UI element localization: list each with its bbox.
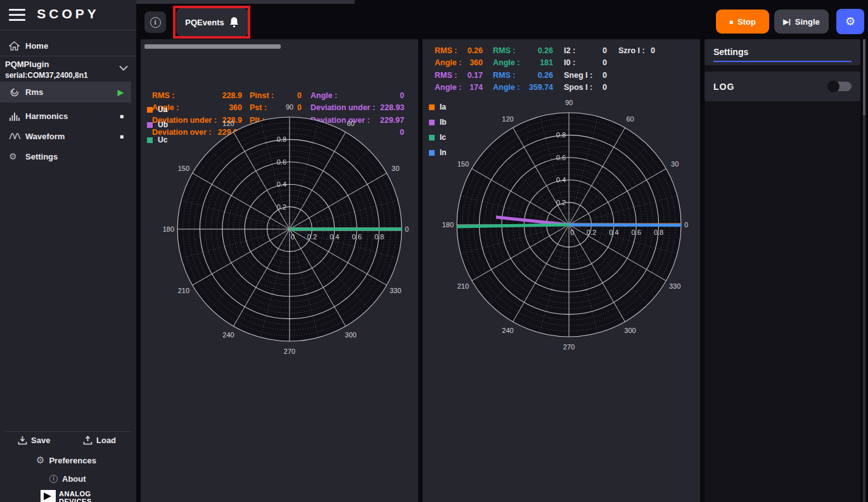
svg-text:0.2: 0.2 xyxy=(277,203,286,211)
gear-icon: ⚙ xyxy=(36,455,44,466)
about-button[interactable]: i About xyxy=(49,474,86,484)
stat-row: Angle :181 xyxy=(493,57,553,70)
svg-text:0: 0 xyxy=(291,233,295,241)
log-toggle-knob xyxy=(827,80,839,92)
sidebar-item-rms[interactable]: Rms ▶ xyxy=(0,82,131,103)
log-toggle[interactable] xyxy=(829,82,852,91)
svg-text:0.6: 0.6 xyxy=(632,229,641,236)
harmonics-icon xyxy=(9,111,25,121)
single-button[interactable]: ▶| Single xyxy=(774,9,829,34)
save-button[interactable]: Save xyxy=(18,436,50,445)
svg-text:60: 60 xyxy=(347,120,354,127)
current-stats-col-4: Szro I :0 xyxy=(618,44,655,57)
stop-button[interactable]: ■ Stop xyxy=(716,9,769,34)
settings-vertical-scrollbar[interactable] xyxy=(863,39,865,502)
load-button[interactable]: Load xyxy=(83,436,116,445)
preferences-button[interactable]: ⚙ Preferences xyxy=(36,455,96,466)
svg-text:30: 30 xyxy=(392,165,399,172)
annotation-highlight-box xyxy=(173,6,250,39)
current-stats-col-3: I2 :0I0 :0Sneg I :0Spos I :0 xyxy=(564,44,607,94)
sidebar-item-label: Waveform xyxy=(25,132,65,141)
sidebar-item-label: Harmonics xyxy=(25,111,68,121)
rms-icon xyxy=(9,87,25,98)
stats-horizontal-scrollbar[interactable] xyxy=(144,44,281,49)
svg-text:210: 210 xyxy=(457,282,469,290)
svg-text:0.8: 0.8 xyxy=(556,131,566,139)
info-icon: i xyxy=(49,475,58,483)
svg-text:210: 210 xyxy=(178,287,189,294)
svg-text:0: 0 xyxy=(405,225,409,233)
settings-gear-button[interactable]: ⚙ xyxy=(836,9,864,34)
svg-text:0.8: 0.8 xyxy=(374,233,384,241)
svg-text:0.4: 0.4 xyxy=(329,233,339,241)
brand-line2: DEVICES xyxy=(59,498,92,502)
running-indicator-icon[interactable]: ▶ xyxy=(118,88,124,97)
divider xyxy=(5,431,131,432)
svg-text:0.8: 0.8 xyxy=(654,229,663,236)
waveform-icon xyxy=(9,131,25,141)
log-label: LOG xyxy=(713,82,734,92)
single-label: Single xyxy=(795,17,820,27)
stopped-indicator-icon[interactable]: ■ xyxy=(120,113,124,120)
preferences-label: Preferences xyxy=(49,456,96,465)
stat-row: RMS :0.26 xyxy=(435,44,483,57)
save-label: Save xyxy=(31,436,50,445)
svg-text:0: 0 xyxy=(570,229,574,236)
divider xyxy=(0,56,136,56)
svg-text:120: 120 xyxy=(502,115,513,123)
svg-text:0.6: 0.6 xyxy=(277,158,286,166)
sidebar-item-waveform[interactable]: Waveform ■ xyxy=(0,127,131,146)
about-label: About xyxy=(62,474,86,484)
svg-text:270: 270 xyxy=(284,348,295,355)
svg-text:0.4: 0.4 xyxy=(556,176,566,184)
brand-line1: ANALOG xyxy=(59,490,92,498)
log-card: LOG xyxy=(705,72,860,101)
stat-row: RMS :0.26 xyxy=(493,44,553,57)
adi-triangle-icon xyxy=(41,490,56,502)
stat-row: Angle :360 xyxy=(435,57,483,70)
svg-text:0.2: 0.2 xyxy=(556,199,566,206)
sidebar: SCOPY Home PQMPlugin serial:COM37,2400,8… xyxy=(0,0,136,502)
divider xyxy=(0,30,136,30)
svg-text:120: 120 xyxy=(222,120,234,127)
svg-text:150: 150 xyxy=(457,160,469,168)
svg-text:270: 270 xyxy=(563,343,575,351)
stat-row: I0 :0 xyxy=(564,57,607,70)
svg-text:30: 30 xyxy=(671,160,679,168)
home-icon xyxy=(9,41,25,51)
settings-header-card[interactable]: Settings xyxy=(705,39,860,65)
sidebar-item-label: Home xyxy=(25,41,48,51)
stat-row: Sneg I :0 xyxy=(564,69,607,82)
current-stats-col-2: RMS :0.26Angle :181RMS :0.26Angle :359.7… xyxy=(493,44,553,94)
svg-text:240: 240 xyxy=(222,331,234,339)
svg-text:0.2: 0.2 xyxy=(587,229,596,236)
sidebar-item-settings[interactable]: ⚙ Settings xyxy=(0,147,131,166)
settings-panel: Settings LOG xyxy=(705,39,860,502)
gear-icon: ⚙ xyxy=(845,15,855,28)
svg-text:0.4: 0.4 xyxy=(609,229,618,236)
svg-text:150: 150 xyxy=(178,165,189,172)
svg-text:0: 0 xyxy=(684,221,688,229)
top-strip xyxy=(136,0,355,4)
sidebar-item-home[interactable]: Home xyxy=(0,36,131,55)
stat-row: RMS :0.26 xyxy=(493,69,553,82)
svg-text:0.6: 0.6 xyxy=(556,154,566,161)
chevron-down-icon[interactable] xyxy=(119,62,128,73)
info-button[interactable]: i xyxy=(144,11,166,33)
scopy-logo: SCOPY xyxy=(0,6,136,22)
svg-text:0.4: 0.4 xyxy=(277,180,286,188)
sidebar-item-label: Settings xyxy=(25,152,58,161)
svg-text:240: 240 xyxy=(502,327,513,334)
stop-label: Stop xyxy=(737,17,756,27)
plugin-serial: serial:COM37,2400,8n1 xyxy=(5,71,132,80)
svg-text:330: 330 xyxy=(669,282,680,290)
svg-text:300: 300 xyxy=(624,327,635,334)
svg-text:300: 300 xyxy=(345,331,356,339)
stat-row: RMS :0.17 xyxy=(435,69,483,82)
svg-text:90: 90 xyxy=(286,103,293,111)
sidebar-item-harmonics[interactable]: Harmonics ■ xyxy=(0,106,131,125)
stopped-indicator-icon[interactable]: ■ xyxy=(120,133,124,140)
current-panel: RMS :0.26Angle :360RMS :0.17Angle :174 R… xyxy=(423,39,700,502)
plugin-header[interactable]: PQMPlugin serial:COM37,2400,8n1 xyxy=(5,60,132,80)
settings-underline xyxy=(713,61,852,62)
